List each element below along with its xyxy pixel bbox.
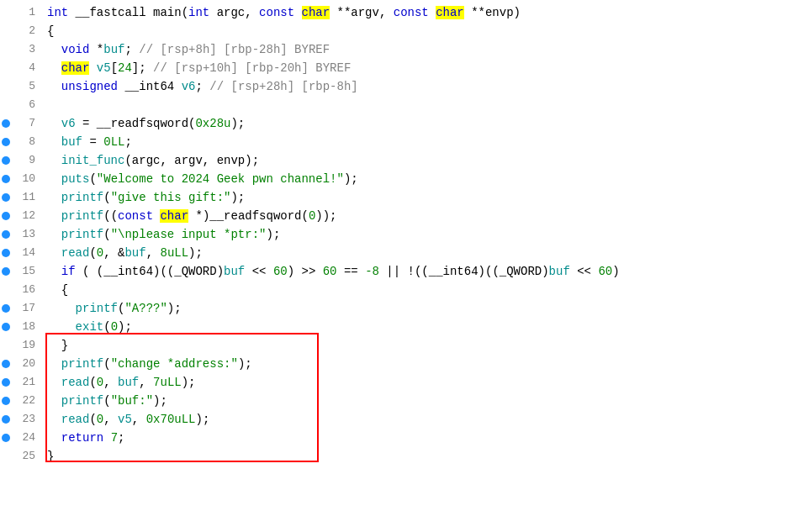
- line-num-22: 22: [19, 392, 35, 410]
- line-content-18: exit(0);: [40, 318, 809, 336]
- breakpoint-11: [2, 193, 10, 202]
- line-content-25: }: [40, 447, 809, 466]
- code-line-2: 2 {: [0, 22, 809, 40]
- line-content-16: {: [40, 281, 809, 299]
- line-content-5: unsigned __int64 v6; // [rsp+28h] [rbp-8…: [40, 77, 809, 96]
- gutter-9: 9: [0, 151, 40, 170]
- line-num-1: 1: [19, 3, 35, 22]
- breakpoint-14: [2, 249, 10, 257]
- breakpoint-8: [2, 138, 10, 146]
- breakpoint-12: [2, 212, 10, 220]
- line-content-23: read(0, v5, 0x70uLL);: [40, 410, 809, 429]
- gutter-15: 15: [0, 262, 40, 281]
- code-line-10: 10 puts("Welcome to 2024 Geek pwn channe…: [0, 170, 809, 188]
- gutter-3: 3: [0, 40, 40, 59]
- code-line-24: 24 return 7;: [0, 429, 809, 447]
- code-line-16: 16 {: [0, 281, 809, 299]
- breakpoint-17: [2, 304, 10, 313]
- gutter-17: 17: [0, 299, 40, 318]
- line-num-4: 4: [19, 59, 35, 77]
- breakpoint-9: [2, 156, 10, 165]
- code-view: 1 int __fastcall main(int argc, const ch…: [0, 0, 809, 469]
- code-line-22: 22 printf("buf:");: [0, 392, 809, 410]
- line-num-25: 25: [19, 447, 35, 466]
- code-line-14: 14 read(0, &buf, 8uLL);: [0, 244, 809, 262]
- line-num-21: 21: [19, 373, 35, 392]
- code-line-13: 13 printf("\nplease input *ptr:");: [0, 225, 809, 244]
- line-num-3: 3: [19, 40, 35, 59]
- line-content-3: void *buf; // [rsp+8h] [rbp-28h] BYREF: [40, 40, 809, 59]
- line-content-4: char v5[24]; // [rsp+10h] [rbp-20h] BYRE…: [40, 59, 809, 77]
- gutter-14: 14: [0, 244, 40, 262]
- line-num-14: 14: [19, 244, 35, 262]
- line-num-7: 7: [19, 114, 35, 133]
- line-num-9: 9: [19, 151, 35, 170]
- breakpoint-10: [2, 175, 10, 183]
- line-content-12: printf((const char *)__readfsqword(0));: [40, 207, 809, 225]
- code-line-11: 11 printf("give this gift:");: [0, 188, 809, 207]
- code-line-3: 3 void *buf; // [rsp+8h] [rbp-28h] BYREF: [0, 40, 809, 59]
- code-line-5: 5 unsigned __int64 v6; // [rsp+28h] [rbp…: [0, 77, 809, 96]
- code-line-9: 9 init_func(argc, argv, envp);: [0, 151, 809, 170]
- code-line-17: 17 printf("A???");: [0, 299, 809, 318]
- gutter-25: 25: [0, 447, 40, 466]
- breakpoint-24: [2, 434, 10, 442]
- line-content-13: printf("\nplease input *ptr:");: [40, 225, 809, 244]
- gutter-13: 13: [0, 225, 40, 244]
- line-content-22: printf("buf:");: [40, 392, 809, 410]
- breakpoint-18: [2, 323, 10, 331]
- line-content-2: {: [40, 22, 809, 40]
- breakpoint-15: [2, 267, 10, 276]
- line-content-24: return 7;: [40, 429, 809, 447]
- line-num-2: 2: [19, 22, 35, 40]
- line-num-11: 11: [19, 188, 35, 207]
- breakpoint-22: [2, 397, 10, 405]
- gutter-11: 11: [0, 188, 40, 207]
- code-line-20: 20 printf("change *address:");: [0, 355, 809, 373]
- gutter-5: 5: [0, 77, 40, 96]
- line-num-15: 15: [19, 262, 35, 281]
- line-num-20: 20: [19, 355, 35, 373]
- line-content-9: init_func(argc, argv, envp);: [40, 151, 809, 170]
- breakpoint-13: [2, 230, 10, 239]
- line-num-8: 8: [19, 133, 35, 151]
- line-num-16: 16: [19, 281, 35, 299]
- gutter-23: 23: [0, 410, 40, 429]
- gutter-10: 10: [0, 170, 40, 188]
- line-content-1: int __fastcall main(int argc, const char…: [40, 3, 809, 22]
- code-line-18: 18 exit(0);: [0, 318, 809, 336]
- code-line-23: 23 read(0, v5, 0x70uLL);: [0, 410, 809, 429]
- gutter-6: 6: [0, 96, 40, 114]
- code-line-15: 15 if ( (__int64)((_QWORD)buf << 60) >> …: [0, 262, 809, 281]
- line-num-5: 5: [19, 77, 35, 96]
- line-content-8: buf = 0LL;: [40, 133, 809, 151]
- gutter-18: 18: [0, 318, 40, 336]
- gutter-7: 7: [0, 114, 40, 133]
- code-line-6: 6: [0, 96, 809, 114]
- line-content-11: printf("give this gift:");: [40, 188, 809, 207]
- gutter-4: 4: [0, 59, 40, 77]
- line-num-17: 17: [19, 299, 35, 318]
- code-line-7: 7 v6 = __readfsqword(0x28u);: [0, 114, 809, 133]
- code-line-12: 12 printf((const char *)__readfsqword(0)…: [0, 207, 809, 225]
- gutter-22: 22: [0, 392, 40, 410]
- line-content-19: }: [40, 336, 809, 355]
- line-num-6: 6: [19, 96, 35, 114]
- code-line-1: 1 int __fastcall main(int argc, const ch…: [0, 3, 809, 22]
- line-num-24: 24: [19, 429, 35, 447]
- breakpoint-23: [2, 415, 10, 424]
- line-num-10: 10: [19, 170, 35, 188]
- line-content-15: if ( (__int64)((_QWORD)buf << 60) >> 60 …: [40, 262, 809, 281]
- gutter-24: 24: [0, 429, 40, 447]
- line-content-7: v6 = __readfsqword(0x28u);: [40, 114, 809, 133]
- breakpoint-7: [2, 119, 10, 128]
- line-content-6: [40, 96, 809, 114]
- gutter-1: 1: [0, 3, 40, 22]
- gutter-21: 21: [0, 373, 40, 392]
- breakpoint-20: [2, 360, 10, 368]
- line-num-23: 23: [19, 410, 35, 429]
- line-content-14: read(0, &buf, 8uLL);: [40, 244, 809, 262]
- gutter-16: 16: [0, 281, 40, 299]
- code-line-25: 25 }: [0, 447, 809, 466]
- breakpoint-21: [2, 378, 10, 387]
